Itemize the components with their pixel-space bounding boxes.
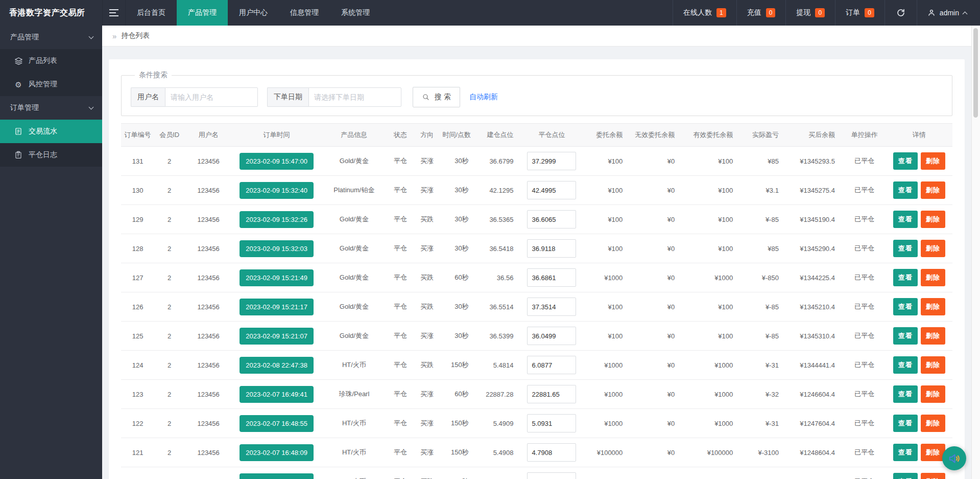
delete-button[interactable]: 删除 (921, 385, 945, 403)
sidebar-item-product-list[interactable]: 产品列表 (0, 49, 102, 73)
gear-icon: ⚙ (14, 81, 23, 88)
delete-button[interactable]: 删除 (921, 269, 945, 286)
close-point-input[interactable] (527, 268, 576, 287)
nav-stat-withdraw[interactable]: 提现0 (785, 0, 835, 26)
username-input[interactable] (165, 87, 258, 107)
close-point-input[interactable] (527, 298, 576, 316)
header-close-point: 平仓点位 (521, 124, 582, 147)
close-point-input[interactable] (527, 239, 576, 258)
view-button[interactable]: 查看 (893, 152, 918, 170)
cell-profit: ¥-31 (741, 467, 787, 479)
order-time-button[interactable]: 2023-02-07 16:48:55 (240, 415, 314, 432)
nav-stat-orders[interactable]: 订单0 (835, 0, 885, 26)
scrollbar[interactable] (971, 26, 980, 479)
order-time-button[interactable]: 2023-02-09 15:32:26 (240, 211, 314, 228)
order-time-button[interactable]: 2023-02-07 16:48:09 (240, 444, 314, 461)
close-point-input[interactable] (527, 210, 576, 229)
delete-button[interactable]: 删除 (921, 152, 945, 170)
delete-button[interactable]: 删除 (921, 415, 945, 432)
cell-control: 已平仓 (843, 147, 886, 176)
cell-username: 123456 (184, 176, 232, 205)
cell-invalid-entrust: ¥0 (631, 176, 683, 205)
view-button[interactable]: 查看 (893, 181, 918, 199)
search-button[interactable]: 搜 索 (413, 87, 460, 107)
header-invalid-entrust: 无效委托余额 (631, 124, 683, 147)
order-time-button[interactable]: 2023-02-07 16:49:41 (240, 386, 314, 403)
refresh-icon[interactable] (885, 0, 917, 26)
nav-stat-online[interactable]: 在线人数1 (673, 0, 736, 26)
top-navbar: 香港数字资产交易所 后台首页产品管理用户中心信息管理系统管理 在线人数1充值0提… (0, 0, 980, 26)
cell-order-no: 123 (121, 380, 154, 409)
close-point-input[interactable] (527, 152, 576, 170)
close-point-input[interactable] (527, 181, 576, 199)
view-button[interactable]: 查看 (893, 473, 918, 479)
order-time-button[interactable]: 2023-02-09 15:32:03 (240, 240, 314, 257)
user-menu[interactable]: admin (917, 0, 980, 26)
view-button[interactable]: 查看 (893, 356, 918, 374)
nav-stat-recharge[interactable]: 充值0 (736, 0, 786, 26)
cell-username: 123456 (184, 380, 232, 409)
sidebar-group-order-management[interactable]: 订单管理 (0, 96, 102, 120)
cell-detail: 查看删除 (886, 438, 952, 467)
order-time-button[interactable]: 2023-02-08 22:47:38 (240, 357, 314, 374)
nav-item-users[interactable]: 用户中心 (228, 0, 279, 26)
search-icon (422, 93, 430, 101)
order-time-button[interactable]: 2023-02-09 15:47:00 (240, 153, 314, 170)
cell-control: 已平仓 (843, 205, 886, 234)
delete-button[interactable]: 删除 (921, 211, 945, 228)
nav-item-system[interactable]: 系统管理 (330, 0, 381, 26)
delete-button[interactable]: 删除 (921, 181, 945, 199)
cell-detail: 查看删除 (886, 234, 952, 263)
nav-item-products[interactable]: 产品管理 (177, 0, 228, 26)
cell-valid-entrust: ¥100 (683, 147, 741, 176)
view-button[interactable]: 查看 (893, 211, 918, 228)
close-point-input[interactable] (527, 472, 576, 479)
view-button[interactable]: 查看 (893, 269, 918, 286)
table-row: 12121234562023-02-07 16:48:09HT/火币平仓买涨15… (121, 438, 952, 467)
view-button[interactable]: 查看 (893, 385, 918, 403)
scrollbar-thumb[interactable] (973, 28, 978, 118)
order-date-input[interactable] (308, 87, 401, 107)
delete-button[interactable]: 删除 (921, 473, 945, 479)
cell-member-id: 2 (154, 409, 184, 438)
header-order-time: 订单时间 (232, 124, 321, 147)
sidebar-item-trade-flow[interactable]: 交易流水 (0, 120, 102, 143)
order-time-button[interactable]: 2023-02-06 04:21:10 (240, 473, 314, 479)
view-button[interactable]: 查看 (893, 444, 918, 461)
order-time-button[interactable]: 2023-02-09 15:21:49 (240, 269, 314, 286)
delete-button[interactable]: 删除 (921, 327, 945, 345)
order-time-button[interactable]: 2023-02-09 15:32:40 (240, 182, 314, 199)
close-point-input[interactable] (527, 414, 576, 432)
delete-button[interactable]: 删除 (921, 240, 945, 257)
auto-refresh-link[interactable]: 自动刷新 (469, 93, 498, 102)
header-balance-after: 买后余额 (787, 124, 843, 147)
sidebar-item-label: 产品列表 (29, 56, 57, 65)
close-point-input[interactable] (527, 356, 576, 374)
nav-item-home[interactable]: 后台首页 (126, 0, 177, 26)
nav-item-info[interactable]: 信息管理 (279, 0, 330, 26)
view-button[interactable]: 查看 (893, 415, 918, 432)
view-button[interactable]: 查看 (893, 327, 918, 345)
cell-profit: ¥-85 (741, 292, 787, 322)
user-icon (927, 9, 936, 17)
close-point-input[interactable] (527, 385, 576, 403)
delete-button[interactable]: 删除 (921, 356, 945, 374)
delete-button[interactable]: 删除 (921, 444, 945, 461)
cell-open-point: 42.1295 (477, 176, 522, 205)
cell-detail: 查看删除 (886, 322, 952, 351)
view-button[interactable]: 查看 (893, 240, 918, 257)
close-point-input[interactable] (527, 443, 576, 462)
order-time-button[interactable]: 2023-02-09 15:21:07 (240, 328, 314, 345)
sound-toggle-button[interactable] (942, 446, 966, 470)
menu-toggle-icon[interactable] (102, 0, 126, 26)
delete-button[interactable]: 删除 (921, 298, 945, 315)
cell-valid-entrust: ¥1000 (683, 380, 741, 409)
sidebar-group-product-management[interactable]: 产品管理 (0, 26, 102, 49)
sidebar-item-risk-control[interactable]: ⚙风控管理 (0, 73, 102, 96)
view-button[interactable]: 查看 (893, 298, 918, 315)
cell-direction: 买跌 (414, 292, 441, 322)
cell-direction: 买涨 (414, 322, 441, 351)
close-point-input[interactable] (527, 327, 576, 345)
sidebar-item-close-log[interactable]: 平仓日志 (0, 143, 102, 167)
order-time-button[interactable]: 2023-02-09 15:21:17 (240, 299, 314, 315)
